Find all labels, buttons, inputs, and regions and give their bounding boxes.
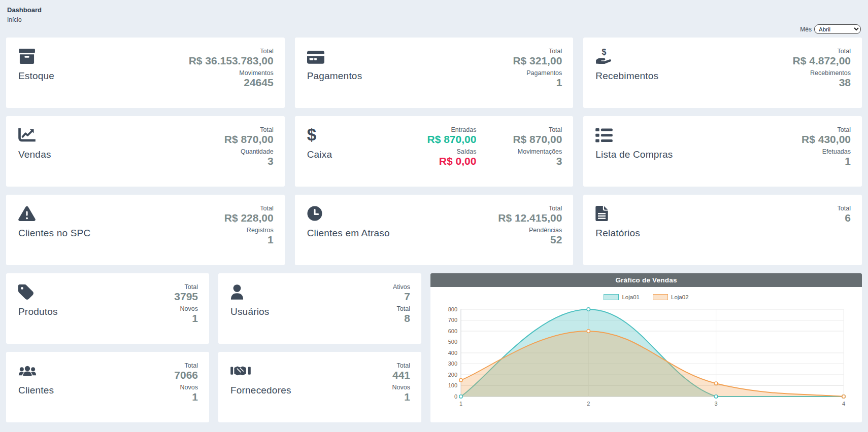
card-usuarios[interactable]: Usuários Ativos7 Total8 [218, 273, 421, 344]
breadcrumb[interactable]: Início [7, 16, 862, 23]
card-title: Relatórios [595, 228, 640, 239]
tag-icon [18, 283, 34, 300]
card-caixa[interactable]: $ Caixa EntradasR$ 870,00 SaídasR$ 0,00 … [295, 116, 574, 187]
file-lines-icon [595, 205, 608, 221]
svg-text:1: 1 [459, 401, 462, 407]
card-title: Caixa [307, 149, 332, 160]
svg-text:3: 3 [715, 401, 718, 407]
card-pagamentos[interactable]: Pagamentos TotalR$ 321,00 Pagamentos1 [295, 38, 574, 108]
svg-text:$: $ [602, 49, 607, 56]
svg-text:2: 2 [587, 401, 590, 407]
stat-value: 1 [174, 391, 198, 403]
stat-value: 52 [498, 234, 562, 246]
stat-label: Total [802, 126, 851, 133]
stat-label: Movimentos [189, 69, 274, 77]
chart-body: Loja01 Loja02 01002003004005006007008001… [430, 287, 862, 422]
stat-label: Total [793, 48, 851, 55]
card-recebimentos[interactable]: $ Recebimentos TotalR$ 4.872,00 Recebime… [583, 38, 862, 108]
stat-value-saidas: R$ 0,00 [427, 155, 476, 167]
card-title: Produtos [18, 306, 58, 317]
user-icon [230, 283, 244, 300]
stat-label: Novos [174, 305, 198, 312]
credit-card-icon [307, 48, 324, 64]
page-header: Dashboard Início [7, 6, 862, 23]
users-icon [18, 362, 37, 378]
list-icon [595, 126, 613, 142]
svg-text:600: 600 [448, 328, 457, 334]
page-title: Dashboard [7, 6, 862, 14]
stat-label: Novos [392, 384, 410, 391]
legend-label: Loja02 [671, 294, 689, 300]
chart-legend: Loja01 Loja02 [438, 294, 855, 300]
stat-value: 8 [393, 312, 410, 325]
stat-value: R$ 870,00 [224, 133, 274, 146]
card-title: Recebimentos [595, 70, 658, 82]
stat-label: Total [174, 362, 198, 369]
card-title: Usuários [230, 306, 270, 317]
card-produtos[interactable]: Produtos Total3795 Novos1 [6, 273, 209, 344]
card-estoque[interactable]: Estoque TotalR$ 36.153.783,00 Movimentos… [6, 38, 285, 108]
svg-text:100: 100 [448, 382, 457, 388]
stat-label: Registros [224, 227, 274, 234]
month-filter-row: Mês Abril [6, 24, 861, 34]
card-title: Clientes [18, 385, 54, 396]
stat-value: 7 [393, 291, 410, 303]
stat-value: 38 [793, 77, 851, 89]
summary-cards-grid: Estoque TotalR$ 36.153.783,00 Movimentos… [6, 38, 862, 265]
card-title: Vendas [18, 149, 51, 160]
stat-label: Total [513, 48, 562, 55]
stat-label: Total [224, 205, 274, 212]
svg-text:500: 500 [448, 339, 457, 345]
box-archive-icon [18, 48, 36, 64]
stat-label: Total [224, 126, 274, 133]
card-clientes[interactable]: Clientes Total7066 Novos1 [6, 352, 209, 422]
stat-label: Total [174, 283, 198, 291]
legend-item-loja01[interactable]: Loja01 [604, 294, 640, 300]
card-title: Pagamentos [307, 70, 362, 82]
stat-label: Total [392, 362, 410, 369]
stat-label: Saídas [427, 148, 476, 155]
stat-value: R$ 4.872,00 [793, 55, 851, 67]
stat-value: 7066 [174, 369, 198, 381]
clock-icon [307, 205, 322, 221]
legend-swatch-loja02 [653, 294, 668, 300]
bottom-section: Produtos Total3795 Novos1 Usuários Ativo… [6, 273, 862, 422]
sales-chart-card: Gráfico de Vendas Loja01 Loja02 01002003… [430, 273, 862, 422]
stat-label: Pagamentos [513, 69, 562, 77]
month-filter-label: Mês [800, 26, 812, 33]
triangle-exclamation-icon [18, 205, 36, 221]
card-fornecedores[interactable]: Fornecedores Total441 Novos1 [218, 352, 421, 422]
stat-label: Total [838, 205, 851, 212]
svg-text:300: 300 [448, 361, 457, 367]
stat-label: Recebimentos [793, 69, 851, 77]
dollar-sign-icon: $ [307, 126, 316, 142]
stat-value: R$ 870,00 [513, 133, 562, 146]
sales-chart-svg: 01002003004005006007008001234 [438, 301, 855, 419]
card-lista-de-compras[interactable]: Lista de Compras TotalR$ 430,00 Efetuada… [583, 116, 862, 187]
stat-label: Quantidade [224, 148, 274, 155]
svg-text:800: 800 [448, 306, 457, 312]
stat-value: 1 [802, 155, 851, 167]
stat-value: 441 [392, 369, 410, 381]
card-title: Clientes em Atraso [307, 228, 390, 239]
card-title: Clientes no SPC [18, 228, 90, 239]
stat-label: Novos [174, 384, 198, 391]
card-clientes-em-atraso[interactable]: Clientes em Atraso TotalR$ 12.415,00 Pen… [295, 195, 574, 265]
card-vendas[interactable]: Vendas TotalR$ 870,00 Quantidade3 [6, 116, 285, 187]
stat-value: 1 [513, 77, 562, 89]
stat-label: Total [498, 205, 562, 212]
stat-value: R$ 430,00 [802, 133, 851, 146]
chart-line-icon [18, 126, 36, 142]
card-clientes-no-spc[interactable]: Clientes no SPC TotalR$ 228,00 Registros… [6, 195, 285, 265]
stat-label: Ativos [393, 283, 410, 291]
card-relatorios[interactable]: Relatórios Total6 [583, 195, 862, 265]
stat-label: Pendências [498, 227, 562, 234]
hand-holding-dollar-icon: $ [595, 48, 613, 64]
stat-value: 3795 [174, 291, 198, 303]
legend-item-loja02[interactable]: Loja02 [653, 294, 689, 300]
legend-swatch-loja01 [604, 294, 619, 300]
month-select[interactable]: Abril [814, 24, 861, 34]
svg-text:200: 200 [448, 372, 457, 378]
stat-value: 3 [224, 155, 274, 167]
stat-label: Movimentações [513, 148, 562, 155]
